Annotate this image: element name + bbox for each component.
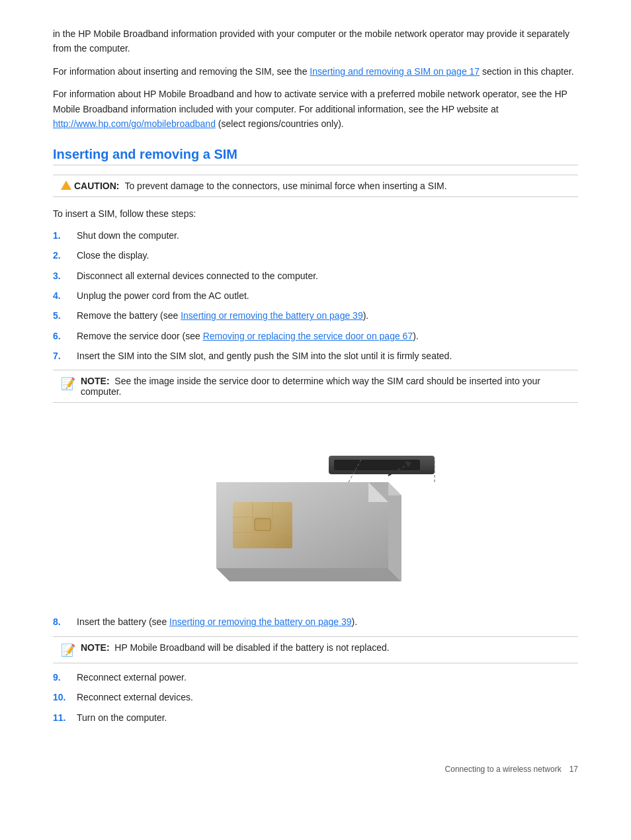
step-7-text: Insert the SIM into the SIM slot, and ge… xyxy=(77,349,578,363)
step-4-text: Unplug the power cord from the AC outlet… xyxy=(77,288,578,303)
page-footer: Connecting to a wireless network 17 xyxy=(53,765,578,774)
section-heading: Inserting and removing a SIM xyxy=(53,147,578,165)
step-3-num: 3. xyxy=(53,269,77,283)
service-door-link[interactable]: Removing or replacing the service door o… xyxy=(203,331,413,341)
battery-link-1[interactable]: Inserting or removing the battery on pag… xyxy=(181,310,363,321)
note-box-1: 📝 NOTE: See the image inside the service… xyxy=(53,370,578,403)
intro-para3-suffix: (select regions/countries only). xyxy=(216,118,344,129)
step-6: 6. Remove the service door (see Removing… xyxy=(53,329,578,343)
step-10-text: Reconnect external devices. xyxy=(77,690,578,704)
note-content-1: NOTE: See the image inside the service d… xyxy=(81,376,570,397)
note-label-2: NOTE: xyxy=(81,642,110,653)
footer-page-number: 17 xyxy=(569,765,578,774)
step-2: 2. Close the display. xyxy=(53,248,578,263)
step-7-num: 7. xyxy=(53,349,77,363)
step-4-num: 4. xyxy=(53,288,77,303)
step-8-num: 8. xyxy=(53,614,77,629)
step-9: 9. Reconnect external power. xyxy=(53,670,578,685)
step-2-num: 2. xyxy=(53,248,77,263)
note-box-2: 📝 NOTE: HP Mobile Broadband will be disa… xyxy=(53,636,578,663)
caution-label: CAUTION: xyxy=(61,181,119,191)
step-11-text: Turn on the computer. xyxy=(77,710,578,725)
step-5: 5. Remove the battery (see Inserting or … xyxy=(53,308,578,323)
intro-para-2: For information about inserting and remo… xyxy=(53,64,578,79)
note-icon-2: 📝 xyxy=(61,643,75,657)
note-label-1: NOTE: xyxy=(81,376,110,386)
step-2-text: Close the display. xyxy=(77,248,578,263)
hp-mobile-broadband-link[interactable]: http://www.hp.com/go/mobilebroadband xyxy=(53,118,216,129)
steps-intro: To insert a SIM, follow these steps: xyxy=(53,206,578,221)
intro-para3-prefix: For information about HP Mobile Broadban… xyxy=(53,89,568,114)
sim-image-container xyxy=(53,416,578,601)
battery-link-2[interactable]: Inserting or removing the battery on pag… xyxy=(169,616,352,627)
step-8: 8. Insert the battery (see Inserting or … xyxy=(53,614,578,629)
note-text-2: HP Mobile Broadband will be disabled if … xyxy=(114,642,389,653)
step-5-num: 5. xyxy=(53,308,77,323)
sim-bottom-face xyxy=(216,568,401,581)
sim-card-illustration xyxy=(177,416,454,601)
step-1-text: Shut down the computer. xyxy=(77,228,578,243)
step-8-text: Insert the battery (see Inserting or rem… xyxy=(77,614,578,629)
step-11: 11. Turn on the computer. xyxy=(53,710,578,725)
inserting-removing-sim-link[interactable]: Inserting and removing a SIM on page 17 xyxy=(310,66,480,77)
note-content-2: NOTE: HP Mobile Broadband will be disabl… xyxy=(81,642,390,653)
step-6-text: Remove the service door (see Removing or… xyxy=(77,329,578,343)
note-text-1: See the image inside the service door to… xyxy=(81,376,540,397)
sim-right-face xyxy=(388,482,401,581)
intro-para2-suffix: section in this chapter. xyxy=(480,66,573,77)
caution-triangle-icon xyxy=(61,181,71,190)
step-1-num: 1. xyxy=(53,228,77,243)
step-6-num: 6. xyxy=(53,329,77,343)
step-4: 4. Unplug the power cord from the AC out… xyxy=(53,288,578,303)
step-10-num: 10. xyxy=(53,690,77,704)
step-7: 7. Insert the SIM into the SIM slot, and… xyxy=(53,349,578,363)
step-9-num: 9. xyxy=(53,670,77,685)
step-10: 10. Reconnect external devices. xyxy=(53,690,578,704)
intro-para2-prefix: For information about inserting and remo… xyxy=(53,66,310,77)
steps-list-cont: 8. Insert the battery (see Inserting or … xyxy=(53,614,578,629)
steps-list: 1. Shut down the computer. 2. Close the … xyxy=(53,228,578,364)
intro-para-1: in the HP Mobile Broadband information p… xyxy=(53,26,578,56)
caution-box: CAUTION: To prevent damage to the connec… xyxy=(53,175,578,197)
intro-para-3: For information about HP Mobile Broadban… xyxy=(53,87,578,131)
caution-text: To prevent damage to the connectors, use… xyxy=(124,181,446,191)
steps-list-final: 9. Reconnect external power. 10. Reconne… xyxy=(53,670,578,725)
step-9-text: Reconnect external power. xyxy=(77,670,578,685)
note-icon-1: 📝 xyxy=(61,376,75,391)
step-3: 3. Disconnect all external devices conne… xyxy=(53,269,578,283)
footer-section-text: Connecting to a wireless network xyxy=(445,765,562,774)
step-3-text: Disconnect all external devices connecte… xyxy=(77,269,578,283)
step-1: 1. Shut down the computer. xyxy=(53,228,578,243)
svg-rect-4 xyxy=(255,519,271,530)
step-5-text: Remove the battery (see Inserting or rem… xyxy=(77,308,578,323)
step-11-num: 11. xyxy=(53,710,77,725)
